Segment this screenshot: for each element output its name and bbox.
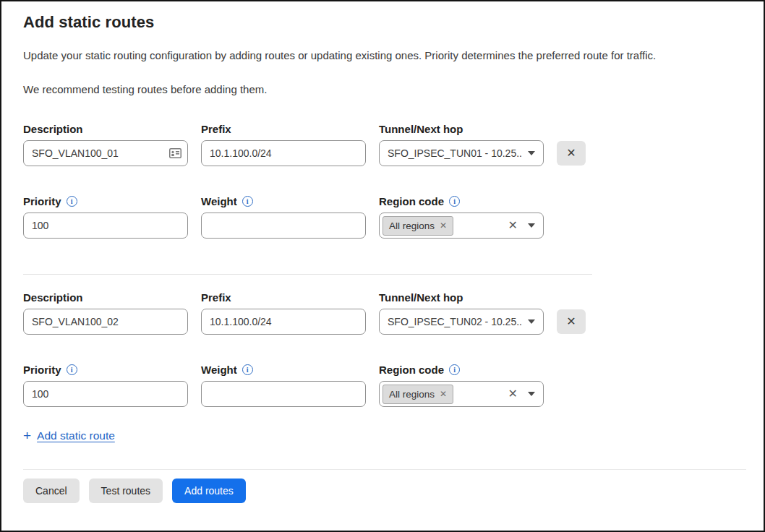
clear-selection-icon[interactable]: ✕ (508, 387, 522, 402)
intro-text: Update your static routing configuration… (23, 49, 746, 61)
region-label-text: Region code (379, 364, 444, 376)
field-priority-1: Priority i (23, 195, 188, 239)
add-static-route-link[interactable]: + Add static route (23, 429, 115, 442)
remove-route-button[interactable]: ✕ (557, 309, 586, 334)
description-label-text: Description (23, 291, 83, 304)
weight-input[interactable] (201, 381, 366, 407)
clear-selection-icon[interactable]: ✕ (508, 218, 522, 233)
info-icon[interactable]: i (242, 196, 253, 207)
cancel-button[interactable]: Cancel (23, 479, 80, 503)
prefix-label: Prefix (201, 291, 366, 304)
autofill-contact-icon[interactable] (169, 148, 181, 158)
remove-route-button[interactable]: ✕ (557, 141, 586, 166)
tunnel-label: Tunnel/Next hop (379, 291, 544, 304)
test-routes-button[interactable]: Test routes (89, 479, 163, 503)
field-description-1: Description (23, 123, 188, 166)
region-chip: All regions ✕ (382, 385, 453, 404)
priority-label-text: Priority (23, 195, 61, 207)
dropdown-arrow-icon (528, 223, 535, 228)
dropdown-arrow-icon (528, 392, 535, 396)
info-icon[interactable]: i (67, 364, 77, 375)
add-static-route-label: Add static route (37, 429, 115, 442)
chip-remove-icon[interactable]: ✕ (440, 389, 447, 399)
dropdown-arrow-icon (528, 151, 535, 155)
tunnel-label: Tunnel/Next hop (379, 123, 544, 135)
add-static-routes-dialog: Add static routes Update your static rou… (1, 1, 764, 503)
prefix-label-text: Prefix (201, 123, 231, 135)
dropdown-arrow-icon (528, 319, 535, 324)
region-label: Region code i (379, 364, 544, 376)
field-prefix-2: Prefix (201, 291, 366, 335)
field-weight-1: Weight i (201, 195, 366, 239)
field-region-1: Region code i All regions ✕ ✕ (379, 195, 544, 239)
description-input[interactable] (23, 140, 188, 166)
priority-label: Priority i (23, 364, 188, 376)
prefix-input[interactable] (201, 309, 366, 335)
info-icon[interactable]: i (242, 364, 253, 375)
footer-actions: Cancel Test routes Add routes (23, 479, 746, 503)
region-chip-label: All regions (389, 220, 435, 231)
page-title: Add static routes (23, 13, 746, 32)
priority-label-text: Priority (23, 364, 61, 376)
region-multiselect[interactable]: All regions ✕ ✕ (379, 381, 544, 407)
region-label: Region code i (379, 195, 544, 207)
weight-input[interactable] (201, 213, 366, 239)
region-label-text: Region code (379, 195, 444, 207)
description-label: Description (23, 123, 188, 135)
tunnel-label-text: Tunnel/Next hop (379, 291, 463, 304)
field-weight-2: Weight i (201, 364, 366, 407)
description-input[interactable] (23, 309, 188, 335)
tunnel-selected-value: SFO_IPSEC_TUN01 - 10.25... (388, 147, 522, 159)
prefix-label: Prefix (201, 123, 366, 135)
tunnel-select[interactable]: SFO_IPSEC_TUN02 - 10.25... (379, 309, 544, 335)
description-label: Description (23, 291, 188, 304)
route-section-1: Description Prefix (23, 123, 746, 239)
recommendation-text: We recommend testing routes before addin… (23, 83, 746, 95)
prefix-input[interactable] (201, 140, 366, 166)
field-tunnel-1: Tunnel/Next hop SFO_IPSEC_TUN01 - 10.25.… (379, 123, 544, 166)
tunnel-select[interactable]: SFO_IPSEC_TUN01 - 10.25... (379, 140, 544, 166)
priority-label: Priority i (23, 195, 188, 207)
field-description-2: Description (23, 291, 188, 335)
footer-divider (23, 469, 746, 470)
weight-label: Weight i (201, 195, 366, 207)
tunnel-selected-value: SFO_IPSEC_TUN02 - 10.25... (388, 316, 522, 327)
weight-label-text: Weight (201, 364, 237, 376)
info-icon[interactable]: i (449, 364, 460, 375)
weight-label: Weight i (201, 364, 366, 376)
add-routes-button[interactable]: Add routes (172, 479, 246, 503)
region-chip-label: All regions (389, 389, 435, 400)
description-label-text: Description (23, 123, 83, 135)
field-priority-2: Priority i (23, 364, 188, 407)
priority-input[interactable] (23, 381, 188, 407)
field-tunnel-2: Tunnel/Next hop SFO_IPSEC_TUN02 - 10.25.… (379, 291, 544, 335)
route-section-2: Description Prefix Tunnel/Next hop SFO_I… (23, 291, 746, 407)
chip-remove-icon[interactable]: ✕ (440, 220, 447, 231)
tunnel-label-text: Tunnel/Next hop (379, 123, 463, 135)
field-region-2: Region code i All regions ✕ ✕ (379, 364, 544, 407)
section-divider (23, 274, 592, 275)
region-multiselect[interactable]: All regions ✕ ✕ (379, 213, 544, 239)
info-icon[interactable]: i (449, 196, 460, 207)
weight-label-text: Weight (201, 195, 237, 207)
prefix-label-text: Prefix (201, 291, 231, 304)
priority-input[interactable] (23, 213, 188, 239)
field-prefix-1: Prefix (201, 123, 366, 166)
plus-icon: + (23, 429, 31, 442)
region-chip: All regions ✕ (382, 216, 453, 236)
info-icon[interactable]: i (67, 196, 77, 207)
